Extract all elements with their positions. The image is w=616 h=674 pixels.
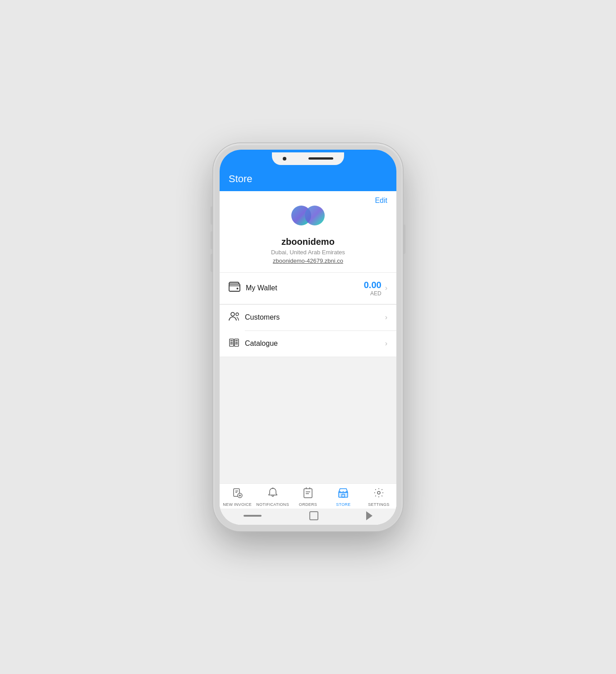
phone-screen: Store Edit <box>220 150 396 525</box>
wallet-label: My Wallet <box>246 284 277 292</box>
nav-settings-label: SETTINGS <box>368 502 389 507</box>
svg-rect-2 <box>229 284 240 291</box>
svg-rect-11 <box>235 340 238 341</box>
svg-rect-9 <box>230 343 233 344</box>
profile-section: Edit <box>220 191 396 272</box>
wallet-section[interactable]: My Wallet 0.00 AED › <box>220 273 396 304</box>
customers-label: Customers <box>245 313 280 321</box>
svg-rect-13 <box>235 343 238 344</box>
home-indicator <box>220 509 396 525</box>
store-icon <box>338 487 349 501</box>
catalogue-chevron-icon: › <box>385 339 387 348</box>
nav-settings[interactable]: SETTINGS <box>361 487 396 507</box>
svg-point-3 <box>237 288 239 289</box>
bottom-gray-area <box>220 357 396 483</box>
orders-icon <box>303 487 313 501</box>
wallet-value: 0.00 <box>364 280 382 290</box>
svg-point-1 <box>305 206 325 225</box>
catalogue-icon <box>229 338 239 349</box>
wallet-chevron-icon: › <box>385 284 387 292</box>
phone-frame: Store Edit <box>213 143 403 531</box>
camera <box>283 157 286 160</box>
wallet-currency: AED <box>364 290 382 297</box>
store-url[interactable]: zboonidemo-42679.zbni.co <box>273 257 343 264</box>
wallet-left: My Wallet <box>229 282 277 294</box>
page-title: Store <box>229 173 387 185</box>
notch <box>272 152 344 165</box>
store-location: Dubai, United Arab Emirates <box>271 249 345 256</box>
bottom-nav: NEW INVOICE NOTIFICATIONS <box>220 483 396 509</box>
nav-notifications-label: NOTIFICATIONS <box>256 502 289 507</box>
customers-menu-item[interactable]: Customers › <box>220 305 396 330</box>
home-icon <box>309 511 318 520</box>
svg-point-5 <box>236 313 239 316</box>
svg-point-16 <box>272 487 273 489</box>
multitask-icon <box>244 515 262 517</box>
speaker <box>308 157 333 160</box>
app-header: Store <box>220 170 396 191</box>
svg-point-21 <box>377 491 380 494</box>
customers-icon <box>229 312 239 323</box>
store-name: zboonidemo <box>281 237 335 247</box>
svg-rect-7 <box>230 340 233 341</box>
nav-orders-label: ORDERS <box>299 502 317 507</box>
settings-icon <box>373 487 384 501</box>
wallet-icon <box>229 282 240 294</box>
catalogue-left: Catalogue <box>229 338 278 349</box>
wallet-right: 0.00 AED › <box>364 280 387 297</box>
customers-left: Customers <box>229 312 280 323</box>
menu-section: Customers › <box>220 304 396 357</box>
nav-store[interactable]: STORE <box>326 487 361 507</box>
svg-rect-12 <box>235 342 238 343</box>
new-invoice-icon <box>232 487 243 501</box>
nav-new-invoice[interactable]: NEW INVOICE <box>220 487 255 507</box>
notifications-icon <box>268 487 278 501</box>
catalogue-menu-item[interactable]: Catalogue › <box>220 331 396 357</box>
nav-notifications[interactable]: NOTIFICATIONS <box>255 487 290 507</box>
svg-rect-17 <box>304 489 312 498</box>
notch-area <box>220 150 396 170</box>
screen-content: Edit <box>220 191 396 525</box>
svg-rect-18 <box>339 492 348 497</box>
catalogue-label: Catalogue <box>245 339 278 348</box>
svg-rect-8 <box>230 342 233 343</box>
customers-chevron-icon: › <box>385 313 387 321</box>
nav-store-label: STORE <box>336 502 350 507</box>
back-icon <box>366 511 372 520</box>
edit-button[interactable]: Edit <box>375 197 387 205</box>
nav-orders[interactable]: ORDERS <box>290 487 326 507</box>
store-logo <box>285 201 331 230</box>
svg-point-4 <box>231 312 234 316</box>
nav-new-invoice-label: NEW INVOICE <box>223 502 252 507</box>
wallet-amount: 0.00 AED <box>364 280 382 297</box>
